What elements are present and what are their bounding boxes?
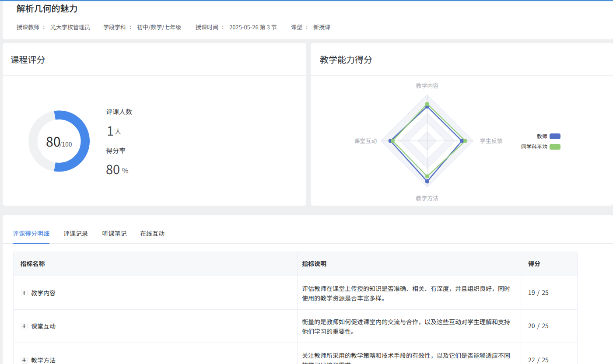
svg-text:课堂互动: 课堂互动: [354, 136, 377, 145]
svg-text:教学方法: 教学方法: [416, 194, 438, 202]
svg-text:教学内容: 教学内容: [416, 81, 438, 90]
